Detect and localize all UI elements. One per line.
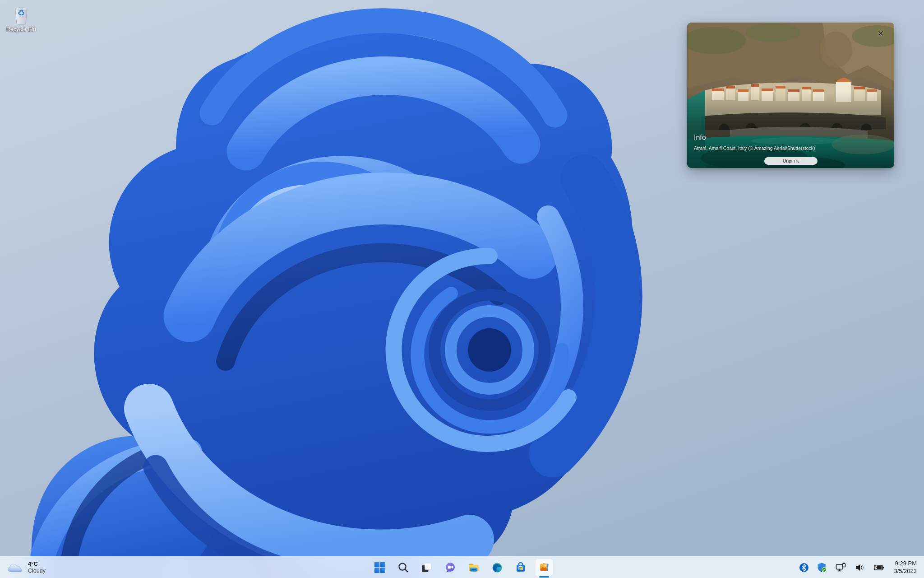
network-button[interactable] [833, 559, 849, 577]
edge-browser-icon [491, 562, 503, 573]
recycle-bin-icon: ♻ [11, 5, 31, 25]
battery-button[interactable] [871, 559, 887, 577]
clock-date: 3/5/2023 [894, 568, 917, 575]
taskbar-clock[interactable]: 9:29 PM 3/5/2023 [894, 560, 917, 575]
task-view-button[interactable] [415, 557, 439, 578]
security-shield-icon [817, 562, 827, 573]
cloud-icon [7, 562, 23, 573]
battery-charging-icon [873, 562, 885, 573]
folder-icon [468, 562, 480, 573]
taskbar-center-icons [368, 557, 556, 578]
active-app-indicator [539, 576, 549, 578]
system-tray: 9:29 PM 3/5/2023 [797, 557, 924, 578]
microsoft-store-icon [515, 562, 527, 573]
recycle-symbol: ♻ [11, 9, 31, 17]
unpin-button[interactable]: Unpin it [764, 157, 818, 165]
photos-icon [538, 562, 550, 573]
start-button[interactable] [368, 557, 392, 578]
search-icon [397, 562, 409, 573]
network-display-icon [835, 562, 847, 573]
desktop-icon-label: Recycle Bin [4, 26, 39, 33]
chat-video-icon [444, 562, 456, 573]
spotlight-info-card[interactable]: Info Atrani, Amalfi Coast, Italy (© Amaz… [687, 23, 894, 168]
weather-condition: Cloudy [28, 568, 46, 574]
chat-button[interactable] [439, 557, 462, 578]
task-view-icon [421, 562, 433, 573]
widget-title: Info [694, 134, 706, 142]
file-explorer-button[interactable] [462, 557, 485, 578]
store-button[interactable] [509, 557, 532, 578]
volume-icon [855, 562, 865, 573]
clock-time: 9:29 PM [895, 560, 917, 568]
weather-widget[interactable]: 4°C Cloudy [0, 557, 54, 578]
close-icon[interactable]: ✕ [875, 28, 886, 39]
search-button[interactable] [392, 557, 415, 578]
taskbar: 4°C Cloudy [0, 556, 924, 578]
widget-caption: Atrani, Amalfi Coast, Italy (© Amazing A… [694, 145, 815, 151]
desktop-icon-recycle-bin[interactable]: ♻ Recycle Bin [4, 5, 39, 33]
bluetooth-button[interactable] [797, 559, 811, 577]
photos-button[interactable] [532, 557, 556, 578]
edge-button[interactable] [485, 557, 509, 578]
weather-temperature: 4°C [28, 560, 46, 567]
bluetooth-icon [799, 563, 809, 573]
security-button[interactable] [814, 559, 830, 577]
volume-button[interactable] [852, 559, 868, 577]
caption-gradient-overlay [687, 93, 894, 168]
windows-start-icon [374, 562, 386, 573]
